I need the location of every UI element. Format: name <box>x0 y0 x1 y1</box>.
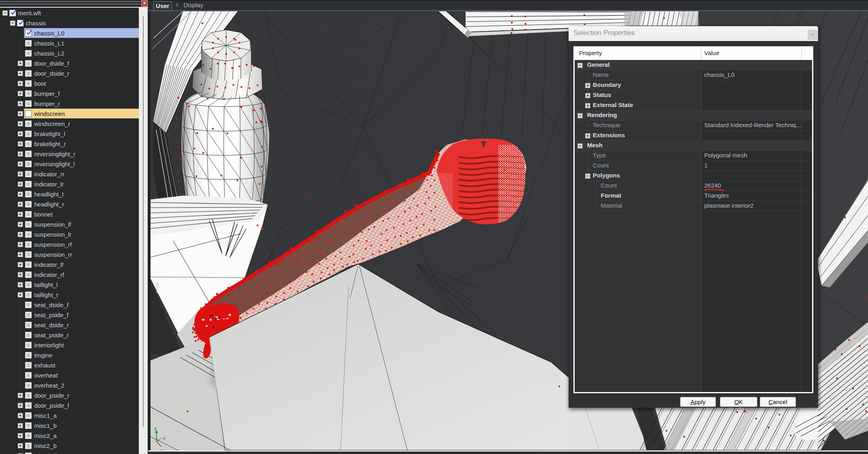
svg-text:y: y <box>154 426 157 431</box>
svg-text:z: z <box>163 435 165 440</box>
